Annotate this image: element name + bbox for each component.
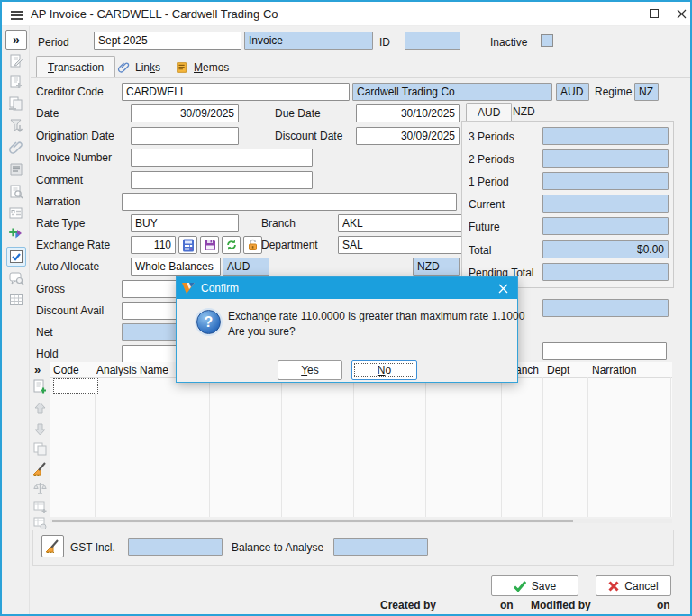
minimize-button[interactable]	[613, 2, 638, 25]
periods-1-field	[542, 172, 669, 190]
analyse-edit-button[interactable]	[32, 461, 48, 476]
table-settings-button[interactable]	[32, 516, 48, 529]
grid-view-icon[interactable]	[8, 292, 24, 308]
department-input[interactable]	[338, 236, 478, 254]
grid-column-code[interactable]: Code	[53, 364, 79, 376]
checkbox-check-icon	[7, 248, 25, 266]
copy-row-button[interactable]	[32, 441, 48, 457]
close-button[interactable]	[669, 2, 692, 25]
periods-row-label: 1 Period	[469, 176, 509, 188]
grid-expand-button[interactable]: »	[34, 363, 41, 376]
tab-transaction[interactable]: Transaction	[36, 56, 115, 78]
preview-document-icon[interactable]	[8, 184, 24, 200]
period-input[interactable]	[94, 32, 241, 50]
balance-scales-button[interactable]	[32, 481, 48, 496]
aud-column-header: AUD	[223, 258, 269, 276]
move-down-button[interactable]	[32, 421, 48, 437]
grid-column-analysis-name[interactable]: Analysis Name	[96, 364, 168, 376]
auto-allocate-input[interactable]	[131, 258, 221, 276]
menu-icon[interactable]	[11, 9, 23, 22]
memo-icon[interactable]	[8, 161, 24, 177]
date-label: Date	[36, 107, 59, 120]
lock-rate-button[interactable]	[243, 236, 262, 254]
auto-allocate-icon[interactable]	[8, 226, 24, 242]
edit-document-icon[interactable]	[8, 53, 24, 69]
periods-tab-nzd[interactable]: NZD	[513, 105, 535, 118]
net-label: Net	[36, 326, 53, 339]
arrow-down-icon	[32, 421, 48, 437]
total-field: $0.00	[542, 240, 669, 258]
add-table-button[interactable]	[32, 500, 48, 515]
arrow-up-icon	[32, 401, 48, 416]
title-bar: AP Invoice - CARDWELL - Cardwell Trading…	[2, 2, 690, 26]
floppy-disk-icon	[204, 239, 216, 251]
branch-input[interactable]	[338, 214, 478, 232]
pending-total-field	[542, 263, 669, 281]
paperclip-icon	[117, 60, 131, 75]
hold-label: Hold	[36, 348, 59, 360]
search-comment-icon[interactable]	[8, 270, 24, 286]
no-button[interactable]: No	[351, 360, 417, 380]
narration-input[interactable]	[122, 193, 457, 211]
exchange-rate-input[interactable]	[131, 236, 176, 254]
refresh-rate-button[interactable]	[222, 236, 241, 254]
confirm-dialog-title-bar[interactable]: Confirm	[177, 277, 517, 299]
grid-horizontal-scrollbar[interactable]	[50, 519, 672, 523]
move-up-button[interactable]	[32, 401, 48, 416]
comment-input[interactable]	[131, 171, 313, 189]
creditor-name-field: Cardwell Trading Co	[352, 83, 552, 101]
save-button[interactable]: Save	[491, 575, 578, 596]
paperclip-icon[interactable]	[8, 140, 24, 156]
due-date-input[interactable]	[356, 104, 460, 122]
tab-transaction-label: Transaction	[48, 61, 104, 74]
copy-icon	[32, 441, 48, 457]
discount-date-input[interactable]	[356, 127, 460, 145]
memo-icon	[175, 60, 189, 75]
periods-tab-aud[interactable]: AUD	[466, 103, 512, 122]
id-label: ID	[379, 36, 390, 49]
save-rate-button[interactable]	[200, 236, 219, 254]
maximize-button[interactable]	[642, 2, 667, 25]
inactive-label: Inactive	[490, 36, 527, 49]
grid-column-dept[interactable]: Dept	[547, 364, 569, 376]
add-row-button[interactable]	[32, 379, 48, 394]
copy-document-icon[interactable]	[8, 95, 24, 112]
grid-active-cell[interactable]	[53, 378, 98, 394]
tab-memos[interactable]: Memos	[175, 59, 229, 77]
confirm-mode-button[interactable]	[6, 247, 26, 267]
created-by-label: Created by	[380, 599, 436, 611]
currency-field: AUD	[556, 83, 589, 101]
add-document-icon[interactable]	[8, 74, 24, 90]
tab-links[interactable]: Links	[117, 59, 160, 77]
rate-type-input[interactable]	[131, 214, 239, 232]
scrollbar-thumb[interactable]	[52, 520, 573, 522]
close-icon	[677, 9, 687, 19]
app-window: AP Invoice - CARDWELL - Cardwell Trading…	[0, 0, 692, 616]
padlock-icon	[247, 239, 260, 251]
analysis-grid[interactable]: Code Analysis Name Branch Dept Narration	[50, 362, 672, 517]
calculator-button[interactable]	[178, 236, 197, 254]
exchange-rate-label: Exchange Rate	[36, 239, 110, 251]
yes-button[interactable]: Yes	[278, 360, 342, 380]
gst-incl-field	[128, 538, 223, 556]
transaction-type-field: Invoice	[244, 32, 373, 50]
chevron-double-right-icon: »	[13, 32, 20, 47]
created-on-label: on	[500, 599, 514, 611]
checklist-icon[interactable]	[8, 205, 24, 222]
origination-date-input[interactable]	[131, 127, 239, 145]
sidebar-expand-button[interactable]: »	[5, 30, 27, 50]
creditor-code-input[interactable]	[122, 83, 350, 101]
cancel-button[interactable]: Cancel	[596, 575, 671, 596]
invoice-number-input[interactable]	[131, 149, 313, 167]
gst-edit-button[interactable]	[41, 535, 64, 557]
inactive-checkbox[interactable]	[541, 34, 553, 47]
filter-icon[interactable]	[8, 117, 24, 133]
modified-on-label: on	[657, 599, 670, 611]
creditor-code-label: Creditor Code	[36, 86, 104, 98]
periods-2-field	[542, 149, 669, 168]
periods-future-field	[542, 217, 669, 235]
grid-column-narration[interactable]: Narration	[592, 364, 636, 376]
dialog-close-icon[interactable]	[498, 284, 508, 294]
hold-nzd-input[interactable]	[542, 342, 667, 360]
date-input[interactable]	[131, 104, 239, 122]
